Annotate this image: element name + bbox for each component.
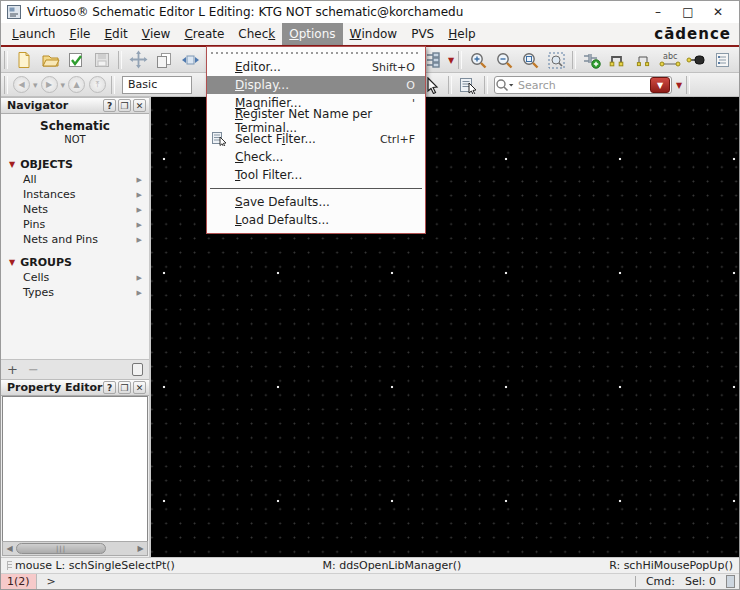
search-input[interactable]: Search ▼ [494, 76, 672, 94]
create-note-button[interactable] [709, 49, 735, 71]
window-title: Virtuoso® Schematic Editor L Editing: KT… [27, 5, 463, 19]
menu-file[interactable]: File [62, 23, 97, 45]
create-narrow-wire-button[interactable] [631, 49, 657, 71]
save-button[interactable] [63, 49, 89, 71]
pane-toggle-icon[interactable] [132, 363, 143, 376]
tree-section-objects[interactable]: ▼OBJECTS [1, 157, 149, 172]
menuitem-label: Save Defaults... [235, 195, 330, 209]
menuitem-load-defaults[interactable]: Load Defaults... [207, 211, 425, 229]
tree-item-all[interactable]: All▶ [1, 172, 149, 187]
menu-separator [210, 188, 422, 189]
history-counter[interactable]: 1(2) [1, 574, 37, 589]
menu-create[interactable]: Create [177, 23, 231, 45]
scrollbar-thumb[interactable]: ||| [16, 543, 106, 554]
menuitem-save-defaults[interactable]: Save Defaults... [207, 193, 425, 211]
menu-check[interactable]: Check [231, 23, 282, 45]
tree-item-nets-and-pins[interactable]: Nets and Pins▶ [1, 232, 149, 247]
property-editor-hscrollbar[interactable]: ◀ ||| ▶ [2, 541, 148, 556]
top-hierarchy-icon: ⤒ [89, 76, 106, 93]
selection-filter-button[interactable] [455, 74, 481, 96]
tree-item-instances[interactable]: Instances▶ [1, 187, 149, 202]
command-bar: 1(2) > Cmd: Sel: 0 [1, 573, 739, 589]
menuitem-label: Load Defaults... [235, 213, 329, 227]
separator [458, 51, 462, 69]
expand-arrow-icon[interactable]: ▶ [137, 274, 142, 282]
create-label-button[interactable]: abc [657, 49, 683, 71]
menu-window[interactable]: Window [343, 23, 405, 45]
scroll-left-icon[interactable]: ◀ [3, 544, 16, 553]
separator [686, 76, 690, 94]
property-editor-content [2, 396, 148, 541]
open-button[interactable] [37, 49, 63, 71]
zoom-to-selected-button[interactable] [517, 49, 543, 71]
menuitem-register-net-name[interactable]: Register Net Name per Terminal... [207, 112, 425, 130]
expand-arrow-icon[interactable]: ▶ [137, 176, 142, 184]
search-dropdown-button[interactable]: ▼ [650, 77, 670, 93]
menuitem-check[interactable]: Check... [207, 148, 425, 166]
navigator-float-button[interactable]: ❐ [118, 99, 131, 112]
collapse-triangle-icon[interactable]: ▼ [9, 160, 15, 169]
menu-help[interactable]: Help [441, 23, 482, 45]
separator [448, 76, 452, 94]
section-label: GROUPS [20, 256, 72, 269]
scroll-right-icon[interactable]: ▶ [134, 544, 147, 553]
menuitem-display[interactable]: Display... O [207, 76, 425, 94]
command-prompt[interactable]: > [47, 575, 56, 588]
menu-launch[interactable]: Launch [5, 23, 62, 45]
zoom-out-button[interactable] [491, 49, 517, 71]
tree-section-groups[interactable]: ▼GROUPS [1, 255, 149, 270]
search-options-caret-icon[interactable]: ▼ [676, 81, 682, 90]
expand-arrow-icon[interactable]: ▶ [137, 221, 142, 229]
close-button[interactable]: ✕ [703, 2, 733, 22]
property-editor-header[interactable]: Property Editor ? ❐ ✕ [1, 379, 149, 396]
property-float-button[interactable]: ❐ [118, 381, 131, 394]
tree-item-label: All [23, 173, 37, 186]
minimize-button[interactable]: – [643, 2, 673, 22]
expand-arrow-icon[interactable]: ▶ [137, 206, 142, 214]
navigator-cell-type: Schematic [1, 119, 149, 133]
navigator-help-button[interactable]: ? [103, 99, 116, 112]
fit-view-button[interactable] [543, 49, 569, 71]
separator [635, 576, 636, 587]
add-group-button[interactable]: + [7, 362, 18, 377]
menu-view[interactable]: View [135, 23, 178, 45]
remove-group-button[interactable]: − [28, 362, 39, 377]
move-button[interactable] [125, 49, 151, 71]
expand-arrow-icon[interactable]: ▶ [137, 289, 142, 297]
menuitem-select-filter[interactable]: Select Filter... Ctrl+F [207, 130, 425, 148]
tree-item-cells[interactable]: Cells▶ [1, 270, 149, 285]
virtuoso-window: Virtuoso® Schematic Editor L Editing: KT… [0, 0, 740, 590]
menu-tearoff-handle[interactable] [211, 49, 421, 57]
create-instance-button[interactable] [579, 49, 605, 71]
zoom-in-button[interactable] [465, 49, 491, 71]
search-placeholder: Search [518, 79, 650, 92]
expand-arrow-icon[interactable]: ▶ [137, 236, 142, 244]
menu-pvs[interactable]: PVS [404, 23, 441, 45]
create-pin-button[interactable] [683, 49, 709, 71]
tree-item-label: Instances [23, 188, 76, 201]
stretch-button[interactable] [177, 49, 203, 71]
maximize-button[interactable]: □ [673, 2, 703, 22]
tree-item-nets[interactable]: Nets▶ [1, 202, 149, 217]
menuitem-label: Display... [235, 78, 289, 92]
property-editor-panel: Property Editor ? ❐ ✕ ◀ ||| ▶ [1, 379, 149, 557]
property-help-button[interactable]: ? [103, 381, 116, 394]
expand-arrow-icon[interactable]: ▶ [137, 191, 142, 199]
tree-item-label: Types [23, 286, 54, 299]
mode-combo[interactable]: Basic [122, 76, 192, 94]
copy-button[interactable] [151, 49, 177, 71]
menuitem-editor[interactable]: Editor... Shift+O [207, 58, 425, 76]
collapse-triangle-icon[interactable]: ▼ [9, 258, 15, 267]
property-close-button[interactable]: ✕ [133, 381, 146, 394]
navigator-close-button[interactable]: ✕ [133, 99, 146, 112]
menu-options[interactable]: Options [282, 23, 342, 45]
descend-dropdown-icon[interactable]: ▼ [448, 56, 454, 65]
menuitem-tool-filter[interactable]: Tool Filter... [207, 166, 425, 184]
tree-item-pins[interactable]: Pins▶ [1, 217, 149, 232]
navigator-header[interactable]: Navigator ? ❐ ✕ [1, 97, 149, 114]
menu-edit[interactable]: Edit [97, 23, 134, 45]
tree-item-types[interactable]: Types▶ [1, 285, 149, 300]
new-file-button[interactable] [11, 49, 37, 71]
forward-dropdown-icon: ▾ [61, 80, 66, 90]
create-wire-button[interactable] [605, 49, 631, 71]
